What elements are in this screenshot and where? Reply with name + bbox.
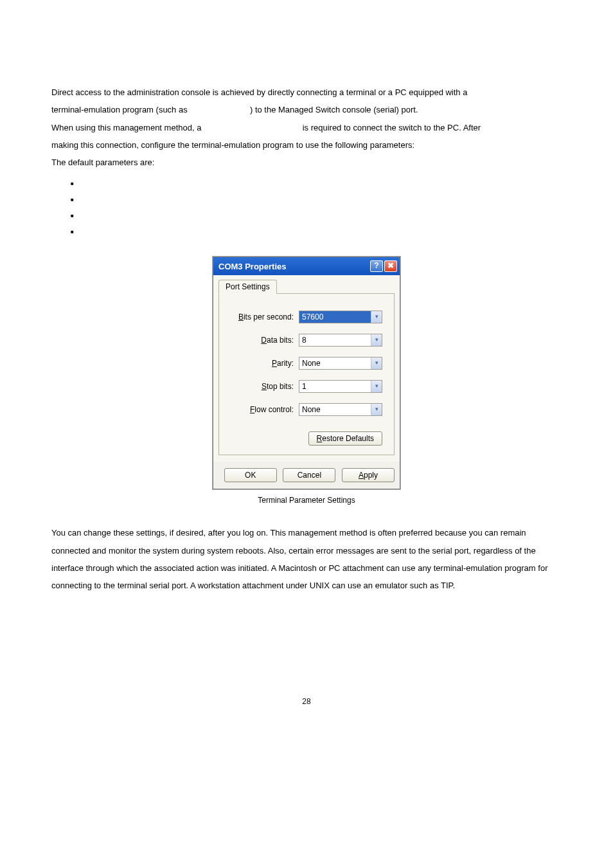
figure-caption: Terminal Parameter Settings <box>51 496 562 505</box>
select-value: None <box>299 357 371 369</box>
bits-per-second-label: Bits per second: <box>238 312 294 321</box>
help-icon[interactable]: ? <box>370 260 383 272</box>
chevron-down-icon: ▾ <box>371 357 382 369</box>
restore-defaults-button[interactable]: Restore Defaults <box>308 431 382 446</box>
com-properties-dialog: COM3 Properties ? ✖ Port Settings Bits p… <box>213 257 400 489</box>
parity-select[interactable]: None ▾ <box>299 357 382 370</box>
intro-text: ) to the Managed Switch console (serial)… <box>250 105 418 114</box>
list-item <box>71 176 562 192</box>
close-icon[interactable]: ✖ <box>384 260 397 272</box>
chevron-down-icon: ▾ <box>371 381 382 392</box>
intro-text: terminal-emulation program (such as <box>51 105 190 114</box>
dialog-titlebar: COM3 Properties ? ✖ <box>213 257 400 275</box>
intro-text: is required to connect the switch to the… <box>303 123 481 132</box>
intro-paragraph-3: The default parameters are: <box>51 154 562 171</box>
cancel-button[interactable]: Cancel <box>283 468 335 482</box>
select-value: 57600 <box>299 311 371 323</box>
page-number: 28 <box>51 697 562 706</box>
chevron-down-icon: ▾ <box>371 311 382 323</box>
chevron-down-icon: ▾ <box>371 404 382 415</box>
list-item <box>71 208 562 224</box>
list-item <box>71 192 562 208</box>
bits-per-second-select[interactable]: 57600 ▾ <box>299 311 382 323</box>
outro-paragraph: You can change these settings, if desire… <box>51 524 562 594</box>
intro-text: Direct access to the administration cons… <box>51 87 467 97</box>
tab-port-settings[interactable]: Port Settings <box>218 280 277 294</box>
chevron-down-icon: ▾ <box>371 334 382 346</box>
stop-bits-label: Stop bits: <box>262 382 294 391</box>
select-value: 1 <box>299 381 371 392</box>
data-bits-select[interactable]: 8 ▾ <box>299 334 382 347</box>
apply-button[interactable]: Apply <box>342 468 395 482</box>
ok-button[interactable]: OK <box>224 468 277 482</box>
select-value: None <box>299 404 371 415</box>
list-item <box>71 224 562 240</box>
dialog-title: COM3 Properties <box>218 262 286 271</box>
intro-text: The default parameters are: <box>51 158 154 167</box>
select-value: 8 <box>299 334 371 346</box>
parity-label: Parity: <box>272 359 294 368</box>
intro-text: making this connection, configure the te… <box>51 140 414 150</box>
default-parameters-list <box>71 176 562 240</box>
data-bits-label: Data bits: <box>261 336 294 345</box>
stop-bits-select[interactable]: 1 ▾ <box>299 380 382 393</box>
intro-paragraph-1: Direct access to the administration cons… <box>51 84 562 119</box>
flow-control-label: Flow control: <box>250 405 294 414</box>
flow-control-select[interactable]: None ▾ <box>299 403 382 416</box>
intro-paragraph-2: When using this management method, a is … <box>51 119 562 154</box>
intro-text: When using this management method, a <box>51 123 204 132</box>
port-settings-panel: Bits per second: 57600 ▾ Data bits: 8 ▾ <box>218 293 395 455</box>
